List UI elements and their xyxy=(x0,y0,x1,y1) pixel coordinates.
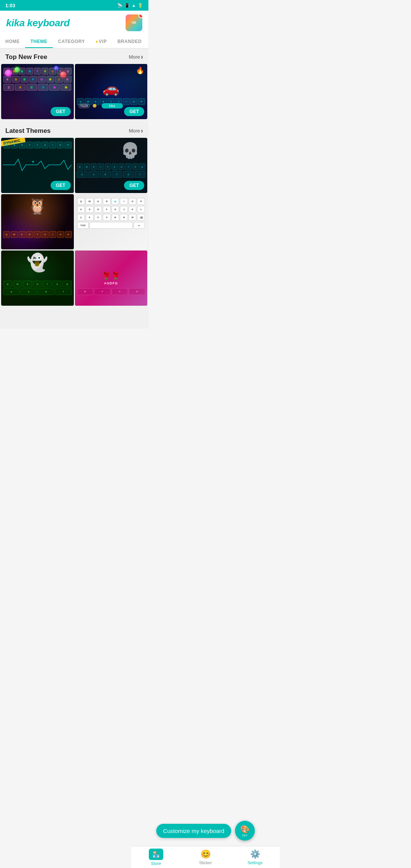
get-button-skull[interactable]: GET xyxy=(124,181,144,190)
kb-row-3: Z X C V B N xyxy=(3,84,72,91)
kb-key: k xyxy=(123,171,134,178)
kb-key: ↵ xyxy=(134,222,145,229)
profile-avatar[interactable]: ⌨ xyxy=(126,14,142,31)
latest-themes-header: Latest Themes More xyxy=(0,122,148,138)
kb-key: C xyxy=(94,214,102,221)
kb-key xyxy=(89,222,133,229)
kb-key: D xyxy=(94,206,102,213)
kb-key: P xyxy=(138,98,145,105)
owl-icon: 🦉 xyxy=(28,197,47,215)
theme-card-car[interactable]: 🔥 🚗 Q W E R T Y I O P ?123 😊 kika xyxy=(75,64,148,119)
kb-key: Y xyxy=(34,142,41,148)
kb-key: N xyxy=(61,84,71,91)
status-icons: 📡 📳 ▲ 🔋 xyxy=(117,3,143,8)
theme-card-ghost[interactable]: 👻 q w e u i o p a s k l xyxy=(1,251,74,306)
kb-row: Q W E R T U I O P xyxy=(3,231,72,238)
kb-key: p xyxy=(139,163,145,170)
kb-key: I xyxy=(49,231,56,238)
kb-key: I xyxy=(120,198,128,205)
kb-row-2: a s k l xyxy=(3,288,72,295)
fire-badge: 🔥 xyxy=(136,66,144,75)
get-button-heartbeat[interactable]: GET xyxy=(51,181,71,190)
kb-key: u xyxy=(33,281,42,287)
cast-icon: 📡 xyxy=(117,3,123,8)
kb-key: S xyxy=(12,76,20,83)
kb-key: e xyxy=(23,281,32,287)
kb-key: R xyxy=(77,288,94,295)
kb-key: R xyxy=(26,68,33,75)
section-gap-1 xyxy=(0,119,148,122)
kb-key: G xyxy=(112,206,119,213)
kb-key: l xyxy=(55,288,72,295)
flower-text: ASDFG xyxy=(104,281,118,285)
app-title: kika keyboard xyxy=(6,17,70,29)
kb-key: H xyxy=(46,76,54,83)
kb-row-2: A S D F G H J K xyxy=(3,76,72,83)
kb-key: ?123 xyxy=(77,222,89,229)
kb-key: Y xyxy=(41,68,48,75)
flower-emoji: 🌹🌹 xyxy=(102,271,121,281)
kb-key: O xyxy=(57,231,64,238)
top-new-free-more[interactable]: More xyxy=(129,53,143,61)
kb-key: t xyxy=(105,163,111,170)
skull-keyboard-visual: q w e r t y u i o p a s d f k l xyxy=(77,163,146,178)
kb-key: P xyxy=(129,288,145,295)
kb-key: S xyxy=(86,206,94,213)
latest-themes-more[interactable]: More xyxy=(129,127,143,135)
tab-category[interactable]: CATEGORY xyxy=(53,35,91,48)
kb-key: V xyxy=(38,84,48,91)
kb-key: V xyxy=(103,214,111,221)
kb-key: X xyxy=(86,214,94,221)
theme-card-flower[interactable]: 🌹🌹 ASDFG R T Y P xyxy=(75,251,148,306)
kb-key: q xyxy=(3,281,12,287)
latest-themes-title: Latest Themes xyxy=(5,127,51,135)
kb-key: ⌫ xyxy=(137,214,145,221)
kb-key: D xyxy=(21,76,29,83)
kb-key: Y xyxy=(112,288,128,295)
top-new-free-header: Top New Free More xyxy=(0,48,148,64)
kb-key: P xyxy=(65,231,72,238)
kb-key: P xyxy=(137,198,145,205)
kb-key: A xyxy=(77,206,85,213)
kb-key: T xyxy=(34,231,41,238)
tab-vip[interactable]: ♦VIP xyxy=(90,35,112,48)
tab-branded[interactable]: BRANDED xyxy=(112,35,147,48)
top-themes-grid: Q W E R T Y U I O A S D F G H J xyxy=(0,64,148,119)
tab-theme[interactable]: THEME xyxy=(25,35,53,48)
kb-key: W xyxy=(86,198,94,205)
kb-key: T xyxy=(26,142,33,148)
kb-key: I xyxy=(49,142,56,148)
get-button-car[interactable]: GET xyxy=(124,107,144,116)
theme-card-skull[interactable]: 💀 q w e r t y u i o p a s d xyxy=(75,138,148,193)
kb-key: U xyxy=(49,68,56,75)
tab-home[interactable]: HOME xyxy=(0,35,25,48)
kb-key: r xyxy=(97,163,104,170)
theme-card-white[interactable]: Q W E R H I O P A S D F G J K L xyxy=(75,194,148,249)
kb-row-1: Q W E R H I O P xyxy=(77,198,145,205)
kb-key: G xyxy=(38,76,46,83)
get-button-neon[interactable]: GET xyxy=(51,107,71,116)
kb-key: a xyxy=(76,171,87,178)
theme-card-owl[interactable]: 🦉 Q W E R T U I O P xyxy=(1,194,74,249)
kb-key: s xyxy=(21,288,37,295)
kb-key: f xyxy=(112,171,122,178)
skull-icon: 💀 xyxy=(121,142,140,160)
kb-key: l xyxy=(135,171,145,178)
kb-key: w xyxy=(13,281,22,287)
kb-key: Q xyxy=(77,198,85,205)
kb-row-2: a s d f k l xyxy=(77,171,146,178)
kb-key: d xyxy=(100,171,110,178)
kb-key: Q xyxy=(3,231,10,238)
kb-key: i xyxy=(125,163,131,170)
kb-key: U xyxy=(41,142,48,148)
kb-key: U xyxy=(41,231,48,238)
kb-key: a xyxy=(3,288,20,295)
kb-key: q xyxy=(77,163,83,170)
kb-row: W E R T Y U I O P xyxy=(3,142,72,148)
white-keyboard-visual: Q W E R H I O P A S D F G J K L xyxy=(75,194,148,249)
theme-card-neon[interactable]: Q W E R T Y U I O A S D F G H J xyxy=(1,64,74,119)
kb-key: K xyxy=(129,206,137,213)
theme-card-heartbeat[interactable]: DYNAMIC W E R T Y U I O P xyxy=(1,138,74,193)
kb-row: q w e r t y u i o p xyxy=(77,163,146,170)
heartbeat-line: ♥ xyxy=(1,157,74,172)
